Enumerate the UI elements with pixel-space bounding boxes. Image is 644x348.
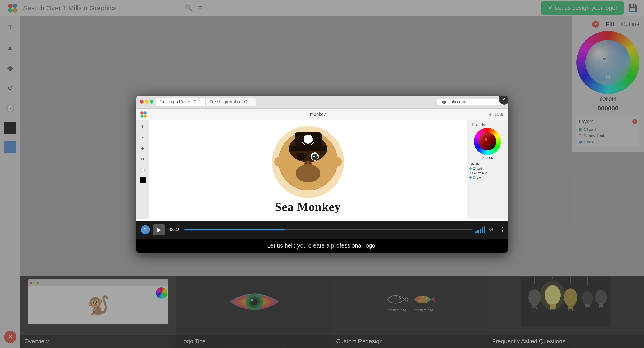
- inner-hex-value: 000000: [470, 156, 506, 160]
- browser-dot-minimize[interactable]: [145, 100, 148, 104]
- logo-design-canvas: Sea Monkey: [149, 120, 467, 219]
- inner-layer-clipart: Clipart: [470, 166, 506, 171]
- inner-diamond-tool[interactable]: ◆: [138, 144, 147, 152]
- svg-point-9: [144, 114, 147, 118]
- subtitle-text: Let us help you create a professional lo…: [267, 242, 377, 249]
- vol-bar-2: [478, 230, 479, 233]
- inner-circle-tool[interactable]: ●: [138, 134, 147, 142]
- inner-grid-icon: ⊞: [488, 111, 492, 117]
- browser-inner-toolbar: monkey ⊞ 1538: [136, 109, 508, 120]
- inner-right-panel: Fill Outline 000000 Layers Clipart: [467, 120, 508, 219]
- help-button[interactable]: ?: [141, 225, 150, 234]
- sea-monkey-logo-circle: [272, 126, 344, 198]
- inner-logo-icon: [140, 110, 148, 118]
- svg-point-26: [305, 162, 307, 164]
- inner-color-inner: [478, 132, 496, 150]
- inner-layers: Layers Clipart T Fancy Text Circle: [470, 162, 506, 180]
- subtitle-bar: Let us help you create a professional lo…: [136, 239, 508, 253]
- svg-point-27: [309, 162, 311, 164]
- vol-bar-5: [484, 226, 485, 233]
- vol-bar-1: [476, 231, 477, 233]
- inner-number: 1538: [494, 112, 505, 117]
- video-progress-fill: [184, 229, 285, 230]
- svg-point-23: [312, 154, 318, 160]
- inner-color-swatch[interactable]: [140, 177, 146, 183]
- vol-bar-3: [480, 229, 481, 233]
- sea-monkey-svg: [274, 128, 342, 196]
- browser-tab-2[interactable]: Free Logo Maker - Create yo...: [206, 98, 256, 106]
- browser-chrome: Free Logo Maker - Create yo... Free Logo…: [136, 95, 508, 109]
- browser-dots: [140, 100, 154, 104]
- browser-dot-maximize[interactable]: [150, 100, 154, 104]
- svg-point-24: [313, 156, 315, 157]
- inner-search: monkey: [150, 112, 486, 117]
- svg-point-30: [332, 157, 342, 167]
- sea-monkey-text: Sea Monkey: [275, 200, 341, 214]
- video-modal-overlay: × Free Logo Maker - Create yo... Free Lo…: [0, 0, 644, 348]
- inner-layer-text: T Fancy Text: [470, 171, 506, 175]
- inner-rotate-tool[interactable]: ↺: [138, 155, 147, 163]
- svg-point-14: [304, 135, 312, 144]
- logo-design-area: T ● ◆ ↺ 🕓: [136, 120, 508, 219]
- browser-tabs: Free Logo Maker - Create yo... Free Logo…: [156, 98, 434, 106]
- inner-layer-circle: Circle: [470, 175, 506, 180]
- svg-point-6: [140, 111, 144, 114]
- volume-bars[interactable]: [476, 226, 485, 233]
- svg-point-7: [144, 111, 147, 114]
- video-progress-bar[interactable]: [184, 229, 472, 230]
- settings-icon[interactable]: ⚙: [488, 226, 494, 233]
- browser-content: monkey ⊞ 1538 T ● ◆ ↺ 🕓: [136, 109, 508, 221]
- video-modal: × Free Logo Maker - Create yo... Free Lo…: [136, 95, 508, 253]
- inner-text-tool[interactable]: T: [138, 123, 147, 131]
- svg-point-28: [296, 164, 320, 182]
- inner-fill-outline: Fill Outline: [470, 123, 506, 127]
- vol-bar-4: [482, 227, 483, 233]
- inner-color-dot: [485, 138, 488, 140]
- svg-point-29: [274, 157, 284, 167]
- svg-rect-5: [140, 110, 148, 118]
- svg-point-20: [297, 152, 306, 161]
- video-timestamp: 08:49: [168, 227, 181, 233]
- svg-point-8: [140, 114, 144, 118]
- browser-address-bar[interactable]: logomakr.com: [436, 99, 504, 105]
- play-button[interactable]: ▶: [154, 224, 165, 235]
- inner-history-tool[interactable]: 🕓: [138, 166, 147, 174]
- inner-left-tools: T ● ◆ ↺ 🕓: [136, 120, 149, 219]
- fullscreen-icon[interactable]: ⛶: [497, 226, 503, 233]
- browser-tab-1[interactable]: Free Logo Maker - Create yo...: [156, 98, 205, 106]
- video-controls: ? ▶ 08:49 ⚙ ⛶: [136, 221, 508, 239]
- browser-dot-close[interactable]: [140, 100, 144, 104]
- inner-color-wheel: [474, 128, 501, 155]
